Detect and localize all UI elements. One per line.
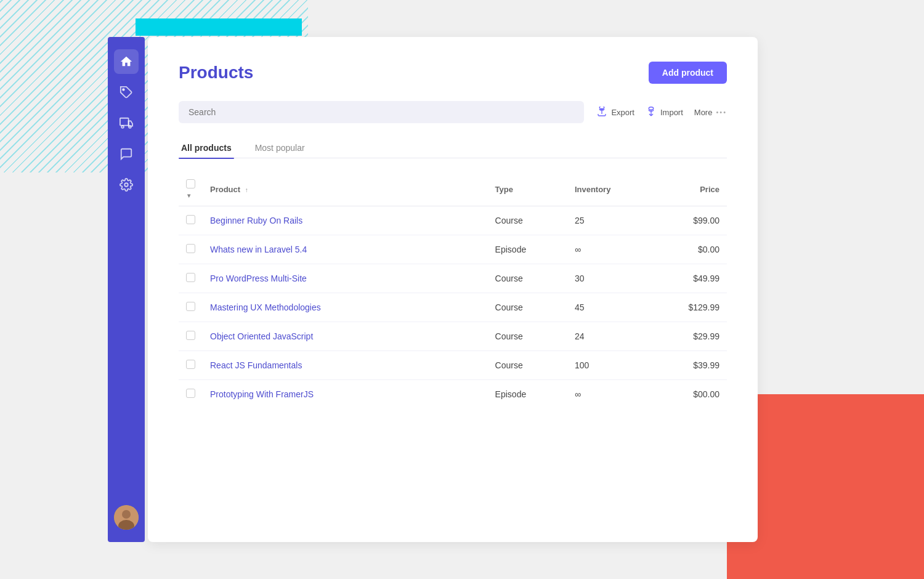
row-product-name: Whats new in Laravel 5.4	[203, 235, 488, 264]
avatar-icon	[114, 505, 139, 530]
export-button[interactable]: Export	[596, 107, 634, 118]
import-icon	[646, 107, 657, 118]
sidebar-item-messages[interactable]	[114, 142, 139, 166]
row-price: $39.99	[647, 351, 727, 380]
row-type: Course	[488, 322, 567, 351]
page-header: Products Add product	[179, 62, 727, 84]
table-row: React JS Fundamentals Course 100 $39.99	[179, 351, 727, 380]
row-inventory: 45	[567, 293, 647, 322]
row-checkbox[interactable]	[186, 360, 195, 369]
row-price: $129.99	[647, 293, 727, 322]
select-all-checkbox[interactable]	[186, 179, 195, 188]
products-table: ▾ Product ↑ Type Inventory Price	[179, 173, 727, 408]
row-checkbox[interactable]	[186, 302, 195, 311]
more-button[interactable]: More •••	[694, 108, 727, 117]
row-checkbox-cell	[179, 264, 203, 293]
sidebar-item-delivery[interactable]	[114, 111, 139, 136]
row-inventory: 25	[567, 206, 647, 235]
bg-teal-bar	[136, 18, 302, 36]
row-type: Episode	[488, 380, 567, 409]
row-type: Course	[488, 293, 567, 322]
th-select-all: ▾	[179, 173, 203, 206]
search-input[interactable]	[179, 101, 584, 123]
sidebar	[108, 37, 145, 542]
row-inventory: ∞	[567, 380, 647, 409]
row-checkbox-cell	[179, 380, 203, 409]
row-product-name: Prototyping With FramerJS	[203, 380, 488, 409]
tab-all-products[interactable]: All products	[179, 138, 234, 158]
search-input-wrap	[179, 101, 584, 123]
svg-point-8	[600, 107, 605, 109]
chat-icon	[120, 147, 133, 161]
row-checkbox[interactable]	[186, 389, 195, 398]
row-price: $99.00	[647, 206, 727, 235]
row-inventory: 100	[567, 351, 647, 380]
row-product-name: React JS Fundamentals	[203, 351, 488, 380]
tabs-bar: All products Most popular	[179, 138, 727, 158]
row-type: Course	[488, 351, 567, 380]
table-row: Beginner Ruby On Rails Course 25 $99.00	[179, 206, 727, 235]
search-actions: Export Import More •••	[596, 107, 727, 118]
tab-most-popular[interactable]: Most popular	[253, 138, 307, 158]
row-inventory: 30	[567, 264, 647, 293]
row-checkbox-cell	[179, 206, 203, 235]
tag-icon	[120, 86, 133, 99]
row-checkbox-cell	[179, 293, 203, 322]
row-price: $00.00	[647, 380, 727, 409]
product-link[interactable]: React JS Fundamentals	[210, 360, 302, 370]
row-product-name: Pro WordPress Multi-Site	[203, 264, 488, 293]
sort-icon: ↑	[245, 187, 248, 193]
search-row: Export Import More •••	[179, 101, 727, 123]
table-row: Pro WordPress Multi-Site Course 30 $49.9…	[179, 264, 727, 293]
main-content-card: Products Add product Export	[148, 37, 758, 542]
row-checkbox-cell	[179, 351, 203, 380]
avatar[interactable]	[114, 505, 139, 530]
row-checkbox[interactable]	[186, 244, 195, 253]
product-link[interactable]: Prototyping With FramerJS	[210, 389, 314, 399]
import-label: Import	[660, 108, 683, 117]
avatar-image	[114, 505, 139, 530]
svg-point-2	[121, 126, 124, 128]
row-product-name: Beginner Ruby On Rails	[203, 206, 488, 235]
product-link[interactable]: Whats new in Laravel 5.4	[210, 245, 307, 254]
product-link[interactable]: Object Oriented JavaScript	[210, 331, 313, 341]
table-row: Whats new in Laravel 5.4 Episode ∞ $0.00	[179, 235, 727, 264]
table-row: Object Oriented JavaScript Course 24 $29…	[179, 322, 727, 351]
row-inventory: ∞	[567, 235, 647, 264]
svg-point-4	[124, 183, 128, 187]
export-icon	[596, 107, 607, 118]
sidebar-item-products[interactable]	[114, 80, 139, 105]
more-dots: •••	[716, 108, 727, 116]
page-title: Products	[179, 63, 253, 83]
th-type: Type	[488, 173, 567, 206]
th-inventory: Inventory	[567, 173, 647, 206]
row-product-name: Mastering UX Methodologies	[203, 293, 488, 322]
dropdown-arrow-icon[interactable]: ▾	[187, 192, 190, 199]
import-button[interactable]: Import	[646, 107, 683, 118]
sidebar-item-home[interactable]	[114, 49, 139, 74]
table-row: Prototyping With FramerJS Episode ∞ $00.…	[179, 380, 727, 409]
row-type: Course	[488, 206, 567, 235]
export-label: Export	[611, 108, 634, 117]
row-checkbox[interactable]	[186, 273, 195, 282]
product-link[interactable]: Beginner Ruby On Rails	[210, 216, 302, 225]
table-row: Mastering UX Methodologies Course 45 $12…	[179, 293, 727, 322]
row-checkbox[interactable]	[186, 331, 195, 340]
truck-icon	[120, 116, 133, 130]
svg-point-0	[123, 89, 124, 91]
add-product-button[interactable]: Add product	[649, 62, 727, 84]
settings-icon	[120, 178, 133, 192]
product-link[interactable]: Pro WordPress Multi-Site	[210, 273, 307, 283]
svg-point-9	[649, 107, 654, 110]
th-price: Price	[647, 173, 727, 206]
row-inventory: 24	[567, 322, 647, 351]
row-checkbox[interactable]	[186, 215, 195, 224]
product-link[interactable]: Mastering UX Methodologies	[210, 302, 321, 312]
row-price: $0.00	[647, 235, 727, 264]
svg-point-6	[122, 510, 131, 519]
sidebar-item-settings[interactable]	[114, 172, 139, 197]
home-icon	[120, 55, 133, 68]
th-product[interactable]: Product ↑	[203, 173, 488, 206]
row-type: Episode	[488, 235, 567, 264]
row-product-name: Object Oriented JavaScript	[203, 322, 488, 351]
